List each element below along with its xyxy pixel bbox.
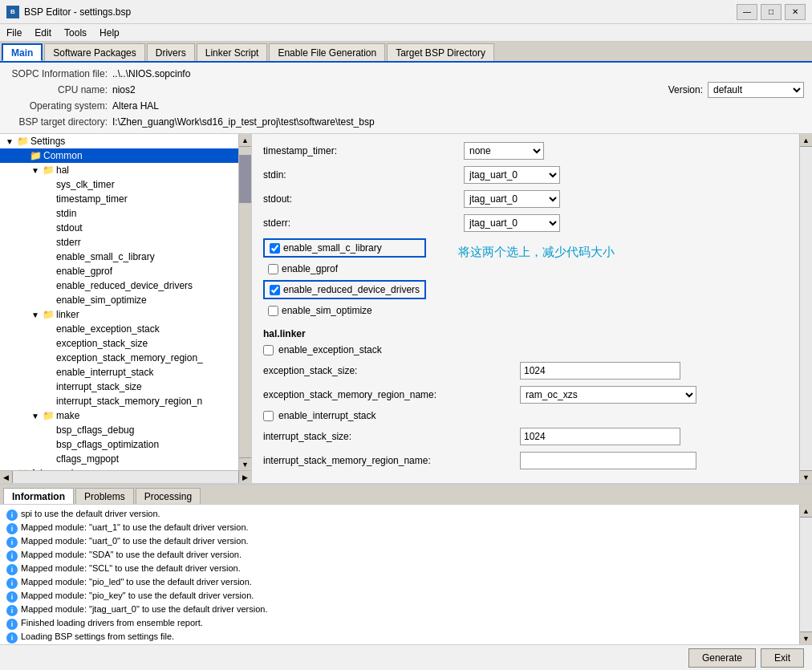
minimize-button[interactable]: — [737, 4, 757, 20]
tree-item-hal[interactable]: ▼ 📁 hal [0, 163, 238, 177]
exception-stack-size-input[interactable] [520, 362, 680, 380]
version-select[interactable]: default [708, 82, 804, 98]
checkbox-enable-interrupt-stack[interactable] [263, 411, 274, 421]
checkbox-enable-sim-optimize[interactable] [268, 306, 278, 316]
annotation-text: 将这两个选上，减少代码大小 [458, 245, 615, 258]
close-button[interactable]: ✕ [785, 4, 806, 20]
log-icon-3: i [6, 550, 18, 562]
tree-item-enable-exception-stack[interactable]: enable_exception_stack [0, 322, 238, 336]
tree-item-timestamp-timer[interactable]: timestamp_timer [0, 192, 238, 206]
menu-edit[interactable]: Edit [28, 26, 58, 40]
tab-software-packages[interactable]: Software Packages [44, 43, 144, 61]
tree-item-common[interactable]: 📁 Common [0, 148, 238, 163]
row-interrupt-stack-memory-region: interrupt_stack_memory_region_name: [263, 452, 788, 469]
log-text-1: Mapped module: "uart_1" to use the defau… [21, 522, 249, 532]
stderr-select[interactable]: jtag_uart_0 [464, 214, 560, 232]
maximize-button[interactable]: □ [761, 4, 782, 20]
tab-main[interactable]: Main [2, 43, 43, 61]
checkbox-enable-gprof[interactable] [268, 264, 278, 274]
tree-label-make: make [55, 410, 79, 421]
bottom-tab-processing[interactable]: Processing [136, 488, 201, 504]
row-stderr: stderr: jtag_uart_0 [263, 214, 788, 232]
generate-button[interactable]: Generate [688, 648, 756, 668]
log-scroll-up[interactable]: ▲ [800, 505, 812, 518]
bottom-tab-information[interactable]: Information [3, 488, 74, 504]
tab-enable-file-generation[interactable]: Enable File Generation [269, 43, 385, 61]
outlined-box-reduced-drivers: enable_reduced_device_drivers [263, 280, 426, 299]
tab-drivers[interactable]: Drivers [147, 43, 195, 61]
log-icon-9: i [6, 632, 18, 644]
os-label: Operating system: [8, 100, 112, 112]
tree-item-bsp-cflags-debug[interactable]: bsp_cflags_debug [0, 423, 238, 437]
tree-item-exception-stack-size[interactable]: exception_stack_size [0, 336, 238, 351]
tree-item-stdout[interactable]: stdout [0, 221, 238, 235]
tree-item-sys-clk-timer[interactable]: sys_clk_timer [0, 177, 238, 192]
checkbox-enable-small-c-library[interactable] [270, 243, 280, 254]
tree-item-bsp-cflags-optimization[interactable]: bsp_cflags_optimization [0, 437, 238, 452]
tree-item-enable-sim-optimize[interactable]: enable_sim_optimize [0, 293, 238, 307]
menu-file[interactable]: File [0, 26, 28, 40]
tree-scrollbar[interactable]: ▲ ▼ [238, 134, 251, 470]
row-interrupt-stack-size: interrupt_stack_size: [263, 428, 788, 445]
tree-item-linker[interactable]: ▼ 📁 linker [0, 307, 238, 322]
menu-tools[interactable]: Tools [58, 26, 93, 40]
tab-target-bsp-directory[interactable]: Target BSP Directory [387, 43, 494, 61]
tree-item-settings[interactable]: ▼ 📁 Settings [0, 134, 238, 148]
exception-stack-memory-region-select[interactable]: ram_oc_xzs [520, 386, 696, 404]
log-text-2: Mapped module: "uart_0" to use the defau… [21, 536, 249, 546]
tree-scroll-track[interactable] [239, 147, 251, 457]
tree-item-stderr[interactable]: stderr [0, 235, 238, 250]
tree-item-exception-stack-memory[interactable]: exception_stack_memory_region_ [0, 351, 238, 365]
log-scrollbar[interactable]: ▲ ▼ [799, 505, 812, 644]
right-scroll-track[interactable] [800, 147, 812, 470]
tree-label-interrupt-stack-memory: interrupt_stack_memory_region_n [55, 396, 202, 407]
interrupt-stack-memory-region-input[interactable] [520, 452, 696, 469]
tree-horiz-left[interactable]: ◀ [0, 471, 13, 483]
tree-label-enable-small-c-library: enable_small_c_library [55, 251, 155, 262]
outlined-box-small-c: enable_small_c_library [263, 238, 426, 258]
exit-button[interactable]: Exit [761, 648, 804, 668]
tree-item-enable-gprof[interactable]: enable_gprof [0, 264, 238, 278]
tree-item-enable-small-c-library[interactable]: enable_small_c_library [0, 250, 238, 264]
checkbox-enable-exception-stack[interactable] [263, 345, 274, 355]
right-scroll-up[interactable]: ▲ [800, 134, 812, 147]
tree-item-stdin[interactable]: stdin [0, 206, 238, 221]
tree-item-cflags-mgpopt[interactable]: cflags_mgpopt [0, 452, 238, 466]
label-enable-reduced-device-drivers: enable_reduced_device_drivers [283, 284, 420, 295]
interrupt-stack-size-input[interactable] [520, 428, 680, 445]
log-row-5: i Mapped module: "pio_led" to use the de… [6, 576, 793, 590]
right-vscrollbar[interactable]: ▲ ▼ [799, 134, 812, 483]
timestamp-timer-select[interactable]: none [464, 142, 544, 160]
tree-scroll-area: ▼ 📁 Settings 📁 Common ▼ 📁 hal [0, 134, 238, 470]
right-scroll-down[interactable]: ▼ [800, 470, 812, 483]
menu-help[interactable]: Help [93, 26, 126, 40]
title-bar-controls: — □ ✕ [737, 4, 806, 20]
info-section: SOPC Information file: ..\..\NIOS.sopcin… [0, 63, 812, 134]
checkbox-enable-reduced-device-drivers[interactable] [270, 285, 280, 295]
log-row-7: i Mapped module: "jtag_uart_0" to use th… [6, 603, 793, 617]
tree-item-interrupt-stack-memory[interactable]: interrupt_stack_memory_region_n [0, 394, 238, 408]
tree-horiz-track[interactable] [13, 471, 238, 483]
tree-horiz-right[interactable]: ▶ [238, 471, 251, 483]
tree-item-enable-interrupt-stack[interactable]: enable_interrupt_stack [0, 365, 238, 380]
hal-linker-header: hal.linker [263, 328, 788, 339]
checkbox-group: enable_small_c_library enable_gprof enab… [263, 238, 788, 319]
tree-item-interrupt-stack-size[interactable]: interrupt_stack_size [0, 380, 238, 394]
stdout-select[interactable]: jtag_uart_0 [464, 190, 560, 208]
stdin-select[interactable]: jtag_uart_0 [464, 166, 560, 184]
expander-common [16, 149, 29, 162]
tree-item-enable-reduced-device-drivers[interactable]: enable_reduced_device_drivers [0, 278, 238, 293]
bsp-dir-label: BSP target directory: [8, 116, 112, 128]
tree-scroll-thumb [239, 155, 251, 203]
log-scroll-down[interactable]: ▼ [800, 631, 812, 644]
button-bar: Generate Exit [0, 644, 812, 670]
tab-linker-script[interactable]: Linker Script [197, 43, 268, 61]
cpu-label: CPU name: [8, 84, 112, 95]
log-scroll-track[interactable] [800, 518, 812, 631]
log-icon-2: i [6, 537, 18, 548]
tree-scroll-up[interactable]: ▲ [239, 134, 251, 147]
tree-scroll-down[interactable]: ▼ [239, 457, 251, 470]
tree-label-enable-gprof: enable_gprof [55, 266, 112, 277]
tree-item-make[interactable]: ▼ 📁 make [0, 408, 238, 423]
bottom-tab-problems[interactable]: Problems [75, 488, 134, 504]
